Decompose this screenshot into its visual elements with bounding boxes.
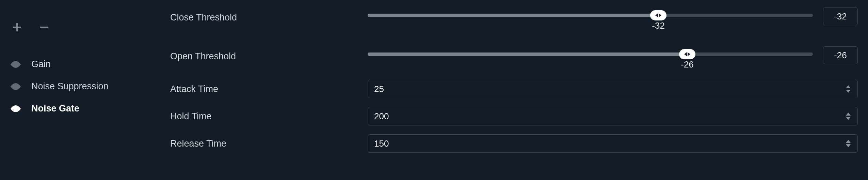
chevron-up-icon[interactable] xyxy=(846,112,851,116)
remove-filter-button[interactable] xyxy=(37,20,51,34)
slider-value-label: -32 xyxy=(652,20,665,31)
input-value: 200 xyxy=(374,111,389,122)
chevron-down-icon[interactable] xyxy=(846,117,851,120)
slider-track[interactable]: -26 xyxy=(368,52,813,56)
triangle-right-icon xyxy=(659,13,661,17)
input-attack-time[interactable]: 25 xyxy=(368,80,858,98)
slider-open-threshold: -26 xyxy=(368,41,813,56)
row-open-threshold: Open Threshold -26 -26 xyxy=(170,41,858,64)
chevron-up-icon[interactable] xyxy=(846,85,851,88)
eye-icon xyxy=(10,81,21,92)
triangle-left-icon xyxy=(684,52,687,56)
filter-item-gain[interactable]: Gain xyxy=(10,53,160,75)
input-value: 150 xyxy=(374,138,389,149)
label-open-threshold: Open Threshold xyxy=(170,41,368,62)
add-filter-button[interactable] xyxy=(10,20,24,34)
label-close-threshold: Close Threshold xyxy=(170,2,368,23)
label-attack-time: Attack Time xyxy=(170,84,368,94)
slider-fill xyxy=(368,14,658,17)
row-close-threshold: Close Threshold -32 -32 xyxy=(170,2,858,25)
slider-close-threshold: -32 xyxy=(368,2,813,17)
row-hold-time: Hold Time 200 xyxy=(170,107,858,125)
sidebar-button-row xyxy=(10,20,160,34)
label-release-time: Release Time xyxy=(170,138,368,149)
svg-rect-2 xyxy=(40,27,48,28)
filters-sidebar: Gain Noise Suppression xyxy=(0,0,170,180)
row-release-time: Release Time 150 xyxy=(170,134,858,153)
svg-rect-1 xyxy=(13,27,21,28)
chevron-down-icon[interactable] xyxy=(846,90,851,93)
filter-item-noise-gate[interactable]: Noise Gate xyxy=(10,97,160,120)
slider-track[interactable]: -32 xyxy=(368,14,813,17)
input-hold-time[interactable]: 200 xyxy=(368,107,858,125)
plus-icon xyxy=(12,22,22,32)
chevron-down-icon[interactable] xyxy=(846,144,851,147)
input-value: 25 xyxy=(374,84,384,94)
spin-arrows xyxy=(846,135,854,152)
svg-point-5 xyxy=(14,107,17,110)
chevron-up-icon[interactable] xyxy=(846,140,851,143)
svg-point-3 xyxy=(14,63,17,66)
row-attack-time: Attack Time 25 xyxy=(170,80,858,98)
eye-icon xyxy=(10,59,21,70)
root-panel: Gain Noise Suppression xyxy=(0,0,868,180)
filter-label: Gain xyxy=(31,59,51,70)
svg-point-4 xyxy=(14,85,17,88)
slider-thumb[interactable] xyxy=(679,49,695,59)
filter-list: Gain Noise Suppression xyxy=(10,53,160,120)
value-box-open-threshold[interactable]: -26 xyxy=(823,46,858,64)
eye-icon xyxy=(10,103,21,114)
slider-thumb[interactable] xyxy=(650,10,666,20)
filter-label: Noise Suppression xyxy=(31,81,109,92)
value-box-close-threshold[interactable]: -32 xyxy=(823,7,858,25)
filter-label: Noise Gate xyxy=(31,103,79,114)
noise-gate-settings: Close Threshold -32 -32 Open Threshold xyxy=(170,0,868,180)
slider-value-label: -26 xyxy=(681,59,694,70)
label-hold-time: Hold Time xyxy=(170,111,368,122)
slider-fill xyxy=(368,52,687,56)
filter-item-noise-suppression[interactable]: Noise Suppression xyxy=(10,75,160,97)
input-release-time[interactable]: 150 xyxy=(368,134,858,153)
spin-arrows xyxy=(846,107,854,125)
triangle-left-icon xyxy=(655,13,658,17)
spin-arrows xyxy=(846,80,854,98)
triangle-right-icon xyxy=(688,52,690,56)
minus-icon xyxy=(39,22,49,32)
